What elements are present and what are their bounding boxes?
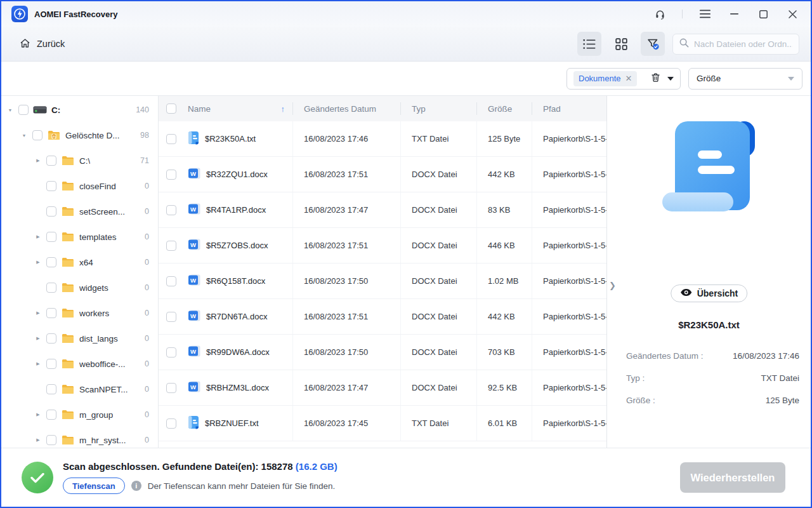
tree-item[interactable]: ▶ m_hr_syst... 0 <box>1 427 158 448</box>
tree-checkbox[interactable] <box>18 105 29 115</box>
filter-chip-dokumente[interactable]: Dokumente ✕ <box>573 71 637 86</box>
row-checkbox[interactable] <box>166 418 176 429</box>
tree-checkbox[interactable] <box>32 130 43 140</box>
tree-item[interactable]: widgets 0 <box>1 275 158 300</box>
table-row[interactable]: $RBZNUEF.txt 16/08/2023 17:45 TXT Datei … <box>159 406 606 441</box>
table-row[interactable]: W$R5Z7OBS.docx 16/08/2023 17:51 DOCX Dat… <box>159 228 606 264</box>
expand-arrow-icon[interactable]: ▶ <box>34 336 42 341</box>
expand-arrow-icon[interactable]: ▼ <box>20 133 28 138</box>
table-row[interactable]: W$RBHZM3L.docx 16/08/2023 17:47 DOCX Dat… <box>159 370 606 406</box>
minimize-icon[interactable] <box>727 7 741 21</box>
tree-checkbox[interactable] <box>46 384 56 394</box>
expand-arrow-icon[interactable]: ▶ <box>34 234 42 239</box>
column-header-path[interactable]: Pfad <box>532 102 606 115</box>
tree-checkbox[interactable] <box>46 283 56 293</box>
filter-button[interactable] <box>641 32 665 56</box>
folder-icon <box>61 435 75 445</box>
tree-item[interactable]: ▶ C:\ 71 <box>1 148 158 173</box>
recover-button[interactable]: Wiederherstellen <box>680 462 785 493</box>
tree-item[interactable]: ▶ workers 0 <box>1 300 158 326</box>
search-input[interactable] <box>694 39 792 49</box>
eye-icon <box>680 288 692 298</box>
tree-item[interactable]: ▶ dist_langs 0 <box>1 326 158 351</box>
tree-checkbox[interactable] <box>46 333 56 344</box>
table-row[interactable]: W$R4TA1RP.docx 16/08/2023 17:47 DOCX Dat… <box>159 192 606 228</box>
row-checkbox[interactable] <box>166 170 176 180</box>
panel-collapse-chevron-icon[interactable]: ❯ <box>609 281 616 290</box>
tree-item[interactable]: setScreen... 0 <box>1 199 158 224</box>
overview-button-label: Übersicht <box>697 288 738 298</box>
tree-item[interactable]: closeFind 0 <box>1 173 158 199</box>
tree-checkbox[interactable] <box>46 359 56 369</box>
tree-item[interactable]: ▶ templates 0 <box>1 224 158 250</box>
back-button[interactable]: Zurück <box>19 37 65 51</box>
tree-item[interactable]: ▼ C: 140 <box>1 97 158 123</box>
list-view-button[interactable] <box>577 32 601 56</box>
table-row[interactable]: W$R6Q158T.docx 16/08/2023 17:50 DOCX Dat… <box>159 264 606 299</box>
expand-arrow-icon[interactable]: ▶ <box>34 311 42 316</box>
tree-checkbox[interactable] <box>46 410 56 420</box>
expand-arrow-icon[interactable]: ▶ <box>34 260 42 265</box>
tree-item[interactable]: ▶ weboffice-... 0 <box>1 351 158 377</box>
tree-item-count: 0 <box>145 334 149 343</box>
txt-file-icon <box>188 131 200 147</box>
column-header-name[interactable]: Name ↑ <box>182 102 293 115</box>
row-checkbox[interactable] <box>166 134 176 144</box>
tree-checkbox[interactable] <box>46 232 56 242</box>
table-row[interactable]: W$R7DN6TA.docx 16/08/2023 17:51 DOCX Dat… <box>159 299 606 335</box>
column-header-size[interactable]: Größe <box>477 102 532 115</box>
folder-icon <box>61 232 75 242</box>
expand-arrow-icon[interactable]: ▶ <box>34 158 42 163</box>
tree-checkbox[interactable] <box>46 435 56 445</box>
filter-dropdown-caret-icon[interactable] <box>667 77 674 81</box>
expand-arrow-icon[interactable]: ▶ <box>34 412 42 417</box>
tree-item[interactable]: ▶ x64 0 <box>1 250 158 275</box>
menu-icon[interactable] <box>698 7 712 21</box>
tree-checkbox[interactable] <box>46 257 56 267</box>
tree-checkbox[interactable] <box>46 308 56 318</box>
tree-item[interactable]: ▶ m_group 0 <box>1 402 158 427</box>
support-headset-icon[interactable] <box>653 7 667 21</box>
table-row[interactable]: W$R99DW6A.docx 16/08/2023 17:50 DOCX Dat… <box>159 335 606 370</box>
close-icon[interactable] <box>785 7 799 21</box>
deep-scan-hint: Der Tiefenscan kann mehr Dateien für Sie… <box>148 481 336 491</box>
svg-text:W: W <box>190 170 196 177</box>
maximize-icon[interactable] <box>756 7 770 21</box>
row-checkbox[interactable] <box>166 347 176 358</box>
expand-arrow-icon[interactable]: ▶ <box>34 438 42 443</box>
chip-close-icon[interactable]: ✕ <box>625 74 632 83</box>
overview-button[interactable]: Übersicht <box>671 284 748 302</box>
deep-scan-button[interactable]: Tiefenscan <box>63 478 125 494</box>
column-header-date[interactable]: Geändertes Datum <box>293 102 401 115</box>
table-row[interactable]: W$R32ZQU1.docx 16/08/2023 17:51 DOCX Dat… <box>159 157 606 192</box>
titlebar-separator <box>682 10 683 18</box>
row-checkbox[interactable] <box>166 276 176 286</box>
tree-item[interactable]: ScanNPET... 0 <box>1 377 158 402</box>
table-body: $R23K50A.txt 16/08/2023 17:46 TXT Datei … <box>159 121 606 441</box>
row-checkbox[interactable] <box>166 312 176 322</box>
select-all-checkbox[interactable] <box>166 104 176 114</box>
file-details: Geändertes Datum : 16/08/2023 17:46 Typ … <box>626 345 799 411</box>
table-header: Name ↑ Geändertes Datum Typ Größe Pfad <box>159 96 606 121</box>
back-label: Zurück <box>37 39 65 49</box>
row-checkbox[interactable] <box>166 383 176 393</box>
sort-asc-icon[interactable]: ↑ <box>281 104 285 114</box>
table-row[interactable]: $R23K50A.txt 16/08/2023 17:46 TXT Datei … <box>159 121 606 157</box>
expand-arrow-icon[interactable]: ▶ <box>34 361 42 366</box>
row-checkbox[interactable] <box>166 241 176 251</box>
tree-item[interactable]: ▼ Gelöschte D... 98 <box>1 123 158 148</box>
grid-view-button[interactable] <box>609 32 633 56</box>
folder-tree: ▼ C: 140 ▼ Gelöschte D... 98 ▶ C:\ 71 cl… <box>1 96 159 448</box>
clear-filters-trash-icon[interactable] <box>650 72 661 86</box>
tree-item-count: 0 <box>145 385 149 394</box>
tree-item-count: 0 <box>145 182 149 190</box>
tree-checkbox[interactable] <box>46 206 56 217</box>
expand-arrow-icon[interactable]: ▼ <box>6 108 14 112</box>
tree-item-label: Gelöschte D... <box>65 131 120 140</box>
size-sort-dropdown[interactable]: Größe <box>688 68 802 90</box>
tree-checkbox[interactable] <box>46 181 56 191</box>
column-header-type[interactable]: Typ <box>401 102 477 115</box>
row-checkbox[interactable] <box>166 205 176 215</box>
tree-checkbox[interactable] <box>46 156 56 166</box>
tree-item-count: 0 <box>145 436 149 444</box>
